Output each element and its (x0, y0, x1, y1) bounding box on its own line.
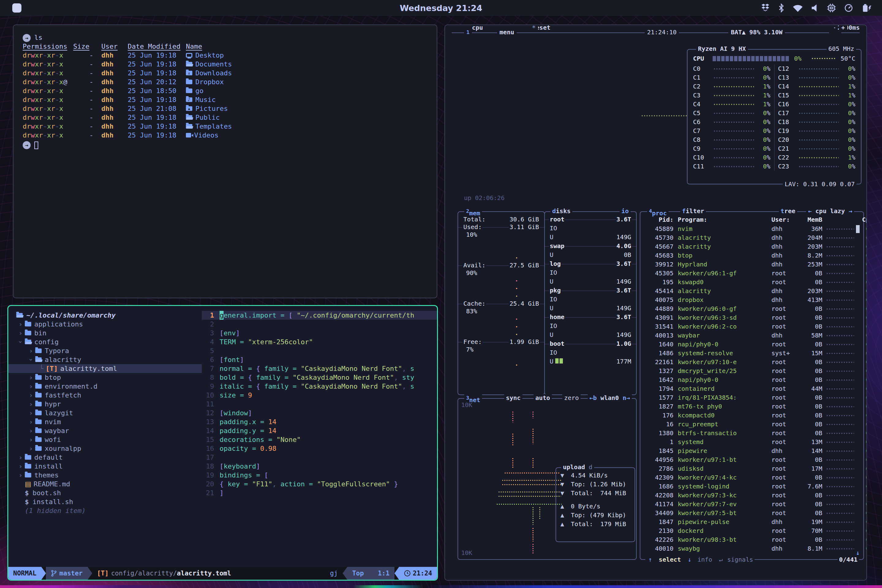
scrollbar-thumb[interactable] (856, 225, 860, 233)
process-row[interactable]: 2130dockerdroot70M0.0 (645, 526, 860, 536)
cpu-chip-icon[interactable] (827, 3, 836, 12)
tree-item-wofi[interactable]: ›wofi (16, 435, 202, 444)
bluetooth-icon[interactable] (778, 3, 784, 12)
process-row[interactable]: 44889kworker/u96:0-gfroot0B0.0 (645, 304, 860, 313)
code-line-9[interactable]: 9italic = { family = "CaskaydiaMono Nerd… (202, 382, 437, 391)
code-line-3[interactable]: 3[env] (202, 328, 437, 338)
process-row[interactable]: 40075dropboxdhh413M0.0 (645, 296, 860, 304)
code-line-17[interactable]: 17 (202, 453, 437, 462)
tree-item-Typora[interactable]: ›Typora (16, 346, 202, 355)
process-row[interactable]: 1327dmcrypt_write/25root0B0.0 (645, 367, 860, 375)
col-program[interactable]: Program: (674, 216, 771, 224)
code-line-7[interactable]: 7normal = { family = "CaskaydiaMono Nerd… (202, 364, 437, 373)
tree-item-README.md[interactable]: ▤README.md (16, 480, 202, 489)
process-row[interactable]: 40010swaybgdhh8.1M0.0 (645, 544, 860, 553)
tab-cpu[interactable]: 1cpu (464, 28, 472, 38)
process-row[interactable]: 42208kworker/u97:3-kcroot0B0.0 (645, 491, 860, 500)
process-row[interactable]: 176kcompactd0root0B0.0 (645, 411, 860, 420)
process-row[interactable]: 195kswapd0root0B0.0 (645, 278, 860, 286)
code-line-5[interactable]: 5 (202, 346, 437, 355)
process-row[interactable]: 45683btopdhh8.2M0.0 (645, 251, 860, 260)
battery-icon[interactable] (861, 3, 872, 12)
tree-item-alacritty[interactable]: ›alacritty (16, 355, 202, 364)
process-row[interactable]: 1686systemd-logindroot7.6M0.0 (645, 482, 860, 491)
process-row[interactable]: 45305kworker/u96:1-gfroot0B0.0 (645, 269, 860, 278)
code-editor[interactable]: 1general.import = [ "~/.config/omarchy/c… (202, 306, 437, 567)
code-line-18[interactable]: 18[keyboard] (202, 462, 437, 471)
code-line-19[interactable]: 19bindings = [ (202, 471, 437, 480)
code-line-2[interactable]: 2 (202, 320, 437, 328)
code-line-13[interactable]: 13padding.x = 14 (202, 417, 437, 426)
col-user[interactable]: User: (771, 216, 798, 224)
process-row[interactable]: 1642napi/phy0-0root0B0.0 (645, 375, 860, 384)
process-row[interactable]: 16rcu_preemptroot0B0.0 (645, 420, 860, 429)
col-cpu[interactable]: Cpu% (858, 216, 867, 224)
process-row[interactable]: 1systemdroot13M0.0 (645, 438, 860, 447)
process-row[interactable]: 34409kworker/u97:5-btroot0B0.0 (645, 508, 860, 518)
process-row[interactable]: 45667alacrittydhh203M0.0 (645, 242, 860, 251)
process-row[interactable]: 45889nvimdhh36M0.0 (645, 225, 860, 233)
process-row[interactable]: 1847pipewire-pulsedhh19M0.0 (645, 518, 860, 526)
code-line-15[interactable]: 15decorations = "None" (202, 435, 437, 444)
tree-item-boot.sh[interactable]: $boot.sh (16, 489, 202, 497)
prompt-line-empty[interactable]: → (22, 140, 428, 149)
tree-item-hypr[interactable]: ›hypr (16, 400, 202, 408)
tree-item-applications[interactable]: ›applications (16, 320, 202, 328)
code-line-20[interactable]: 20{ key = "F11", action = "ToggleFullscr… (202, 480, 437, 489)
code-line-6[interactable]: 6[font] (202, 355, 437, 364)
col-pid[interactable]: Pid: (645, 216, 674, 224)
btop-window[interactable]: 1cpu menu preset * 21:24:10 BAT▲ 98% 3.1… (444, 24, 867, 580)
tree-item-default[interactable]: ›default (16, 453, 202, 462)
tree-root[interactable]: ~/.local/share/omarchy (16, 311, 202, 320)
code-line-10[interactable]: 10size = 9 (202, 391, 437, 400)
process-row[interactable]: 31541kworker/u96:2-coroot0B0.0 (645, 322, 860, 331)
code-line-14[interactable]: 14padding.y = 14 (202, 426, 437, 435)
tree-item-install.sh[interactable]: $install.sh (16, 497, 202, 506)
info-hint[interactable]: info ↵ (694, 556, 726, 564)
process-row[interactable]: 42226kworker/u98:3-btroot0B0.0 (645, 536, 860, 544)
process-row[interactable]: 1486systemd-resolvesyst+15M0.0 (645, 349, 860, 358)
tree-item-btop[interactable]: ›btop (16, 373, 202, 382)
process-row[interactable]: 1845pipewiredhh14M0.0 (645, 447, 860, 455)
code-line-21[interactable]: 21] (202, 489, 437, 497)
wifi-icon[interactable] (793, 4, 803, 12)
tree-item-alacritty.toml[interactable]: └[T]alacritty.toml (16, 364, 202, 373)
terminal-window[interactable]: →ls PermissionsSizeUserDate ModifiedName… (13, 24, 437, 298)
code-line-4[interactable]: 4TERM = "xterm-256color" (202, 338, 437, 346)
tree-item-waybar[interactable]: ›waybar (16, 426, 202, 435)
neovim-window[interactable]: ~/.local/share/omarchy›applications›bin›… (8, 305, 438, 580)
gauge-icon[interactable] (844, 3, 853, 12)
volume-icon[interactable] (811, 4, 819, 12)
process-row[interactable]: 45730alacrittydhh204M0.0 (645, 233, 860, 242)
process-row[interactable]: 44956kworker/u97:1-btroot0B0.0 (645, 455, 860, 464)
tree-item-fastfetch[interactable]: ›fastfetch (16, 391, 202, 400)
tree-item-nvim[interactable]: ›nvim (16, 417, 202, 426)
process-row[interactable]: 1380btrfs-transactioroot0B0.0 (645, 429, 860, 438)
tree-item-bin[interactable]: ›bin (16, 328, 202, 338)
code-line-12[interactable]: 12[window] (202, 408, 437, 417)
tree-item-themes[interactable]: ›themes (16, 471, 202, 480)
omarchy-logo-icon[interactable] (12, 3, 21, 12)
process-row[interactable]: 40013waybardhh58M0.0 (645, 331, 860, 340)
code-line-8[interactable]: 8bold = { family = "CaskaydiaMono Nerd F… (202, 373, 437, 382)
code-line-16[interactable]: 16opacity = 0.98 (202, 444, 437, 453)
interval-plus[interactable]: + (839, 24, 848, 32)
process-row[interactable]: 45414alacrittydhh203M0.0 (645, 286, 860, 296)
tree-item-lazygit[interactable]: ›lazygit (16, 408, 202, 417)
dropbox-icon[interactable] (761, 4, 770, 12)
signals-hint[interactable]: signals (726, 556, 754, 564)
process-row[interactable]: 1794containerdroot44M0.0 (645, 384, 860, 393)
tree-item-install[interactable]: ›install (16, 462, 202, 471)
process-row[interactable]: 41174kworker/u97:7-evroot0B0.0 (645, 500, 860, 508)
process-row[interactable]: 22161kworker/u97:10-eroot0B0.0 (645, 358, 860, 367)
select-hint[interactable]: ↑ select ↓ (645, 556, 694, 564)
process-row[interactable]: 42309kworker/u97:4-kcroot0B0.0 (645, 473, 860, 482)
process-row[interactable]: 1827mt76-tx phy0root0B0.0 (645, 402, 860, 411)
tree-item-config[interactable]: ›config (16, 338, 202, 346)
process-row[interactable]: 1640napi/phy0-0root0B0.0 (645, 340, 860, 349)
code-line-1[interactable]: 1general.import = [ "~/.config/omarchy/c… (202, 311, 437, 320)
process-row[interactable]: 39912Hyprlanddhh253M0.0 (645, 260, 860, 269)
process-row[interactable]: 2786udisksdroot17M0.0 (645, 464, 860, 473)
tree-item-environment.d[interactable]: ›environment.d (16, 382, 202, 391)
col-mem[interactable]: MemB (798, 216, 822, 224)
